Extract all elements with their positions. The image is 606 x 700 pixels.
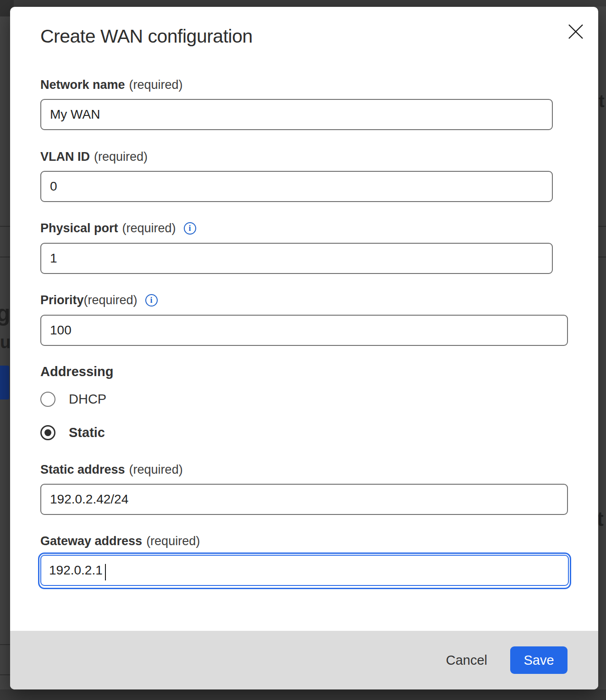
addressing-heading: Addressing <box>40 364 114 379</box>
text-cursor <box>105 564 106 580</box>
gateway-address-label: Gateway address (required) <box>40 533 200 549</box>
vlan-id-input[interactable] <box>40 171 553 202</box>
vlan-id-label: VLAN ID (required) <box>40 149 148 164</box>
radio-static-label: Static <box>69 425 105 440</box>
dialog-title: Create WAN configuration <box>40 26 253 47</box>
radio-dhcp[interactable]: DHCP <box>40 391 106 407</box>
background-bottom-band <box>0 689 606 700</box>
close-icon[interactable] <box>564 20 588 44</box>
info-icon[interactable]: i <box>184 222 196 235</box>
network-name-label: Network name (required) <box>40 77 183 93</box>
info-icon[interactable]: i <box>145 294 158 306</box>
radio-dhcp-label: DHCP <box>69 392 106 407</box>
static-address-label: Static address (required) <box>40 462 183 477</box>
static-address-input[interactable] <box>40 484 568 515</box>
gateway-address-input[interactable] <box>40 555 569 586</box>
background-text-fragment: u <box>0 333 11 352</box>
dialog-footer: Cancel Save <box>10 631 598 689</box>
gateway-address-focus-ring <box>38 552 571 589</box>
physical-port-label: Physical port (required) i <box>40 220 196 236</box>
network-name-input[interactable] <box>40 99 553 130</box>
background-text-fragment: g <box>0 300 11 327</box>
save-button[interactable]: Save <box>510 646 567 674</box>
create-wan-configuration-dialog: Create WAN configuration Network name (r… <box>10 7 598 689</box>
radio-static[interactable]: Static <box>40 424 105 441</box>
background-blue-button-fragment <box>0 366 9 399</box>
background-top-band <box>0 0 606 6</box>
physical-port-input[interactable] <box>40 243 553 274</box>
radio-circle-checked-icon[interactable] <box>40 425 55 440</box>
priority-input[interactable] <box>40 315 568 346</box>
cancel-button[interactable]: Cancel <box>446 653 487 668</box>
background-text-fragment: t <box>599 92 605 111</box>
radio-dot <box>44 429 51 436</box>
background-table-line <box>598 257 606 257</box>
background-table-line <box>0 674 10 675</box>
priority-label: Priority (required) i <box>40 292 158 308</box>
background-table-line <box>598 226 606 227</box>
background-table-line <box>0 644 10 645</box>
radio-circle-icon[interactable] <box>40 392 55 407</box>
